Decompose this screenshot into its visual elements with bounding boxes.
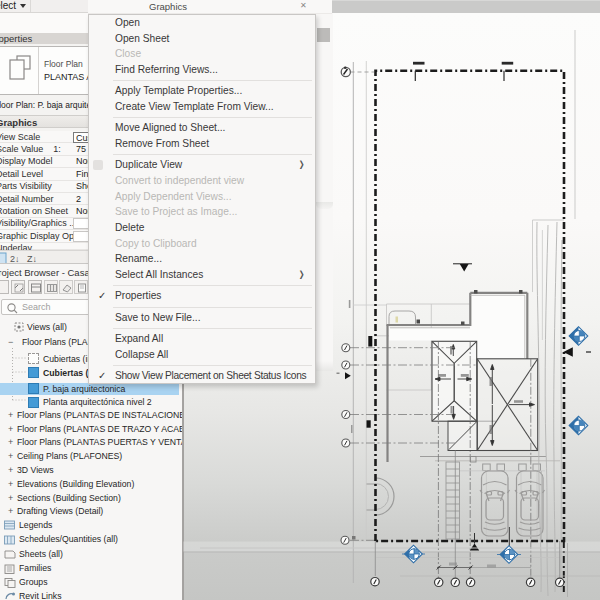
svg-text:Z↓: Z↓ [27, 254, 37, 263]
svg-text:2↓: 2↓ [10, 254, 20, 263]
